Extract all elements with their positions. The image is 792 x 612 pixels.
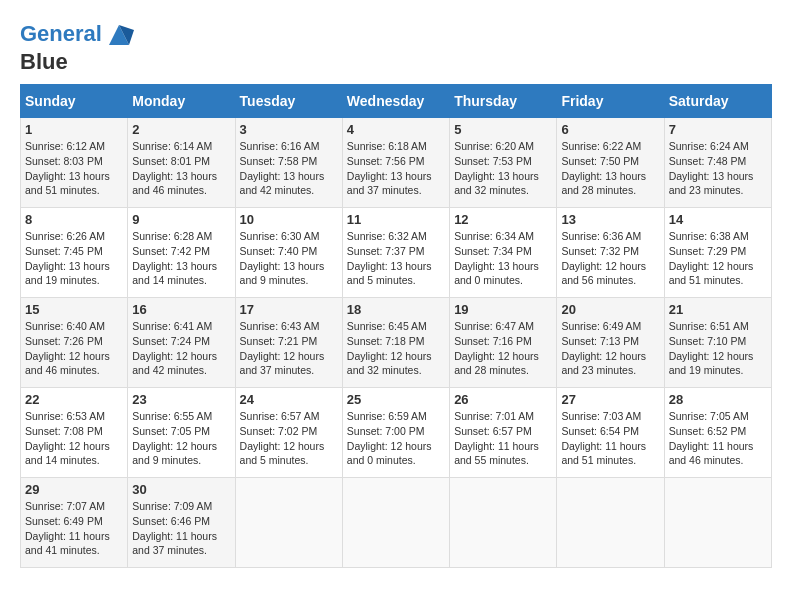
daylight-info: Daylight: 11 hours and 51 minutes. [561, 440, 646, 467]
day-number: 23 [132, 392, 230, 407]
daylight-info: Daylight: 13 hours and 32 minutes. [454, 170, 539, 197]
daylight-info: Daylight: 13 hours and 0 minutes. [454, 260, 539, 287]
sunset-info: Sunset: 6:54 PM [561, 425, 639, 437]
sunrise-info: Sunrise: 6:22 AM [561, 140, 641, 152]
sunset-info: Sunset: 6:52 PM [669, 425, 747, 437]
weekday-header-friday: Friday [557, 85, 664, 118]
daylight-info: Daylight: 12 hours and 23 minutes. [561, 350, 646, 377]
weekday-header-row: SundayMondayTuesdayWednesdayThursdayFrid… [21, 85, 772, 118]
daylight-info: Daylight: 13 hours and 46 minutes. [132, 170, 217, 197]
day-info: Sunrise: 7:07 AMSunset: 6:49 PMDaylight:… [25, 499, 123, 558]
weekday-header-sunday: Sunday [21, 85, 128, 118]
calendar-cell: 25Sunrise: 6:59 AMSunset: 7:00 PMDayligh… [342, 388, 449, 478]
sunset-info: Sunset: 7:37 PM [347, 245, 425, 257]
day-number: 25 [347, 392, 445, 407]
sunrise-info: Sunrise: 6:18 AM [347, 140, 427, 152]
day-number: 27 [561, 392, 659, 407]
sunset-info: Sunset: 7:16 PM [454, 335, 532, 347]
calendar-cell: 13Sunrise: 6:36 AMSunset: 7:32 PMDayligh… [557, 208, 664, 298]
day-number: 15 [25, 302, 123, 317]
calendar-cell: 11Sunrise: 6:32 AMSunset: 7:37 PMDayligh… [342, 208, 449, 298]
day-info: Sunrise: 6:16 AMSunset: 7:58 PMDaylight:… [240, 139, 338, 198]
logo-text: General Blue [20, 20, 134, 74]
calendar-cell: 1Sunrise: 6:12 AMSunset: 8:03 PMDaylight… [21, 118, 128, 208]
daylight-info: Daylight: 13 hours and 9 minutes. [240, 260, 325, 287]
calendar-cell [450, 478, 557, 568]
day-info: Sunrise: 6:40 AMSunset: 7:26 PMDaylight:… [25, 319, 123, 378]
sunset-info: Sunset: 7:56 PM [347, 155, 425, 167]
day-info: Sunrise: 6:51 AMSunset: 7:10 PMDaylight:… [669, 319, 767, 378]
sunset-info: Sunset: 7:00 PM [347, 425, 425, 437]
calendar-cell: 10Sunrise: 6:30 AMSunset: 7:40 PMDayligh… [235, 208, 342, 298]
day-number: 30 [132, 482, 230, 497]
day-number: 4 [347, 122, 445, 137]
day-info: Sunrise: 6:32 AMSunset: 7:37 PMDaylight:… [347, 229, 445, 288]
sunrise-info: Sunrise: 6:26 AM [25, 230, 105, 242]
sunrise-info: Sunrise: 6:59 AM [347, 410, 427, 422]
day-info: Sunrise: 6:22 AMSunset: 7:50 PMDaylight:… [561, 139, 659, 198]
daylight-info: Daylight: 11 hours and 46 minutes. [669, 440, 754, 467]
calendar-week-row: 1Sunrise: 6:12 AMSunset: 8:03 PMDaylight… [21, 118, 772, 208]
sunset-info: Sunset: 7:05 PM [132, 425, 210, 437]
daylight-info: Daylight: 13 hours and 42 minutes. [240, 170, 325, 197]
daylight-info: Daylight: 13 hours and 19 minutes. [25, 260, 110, 287]
sunrise-info: Sunrise: 6:36 AM [561, 230, 641, 242]
sunrise-info: Sunrise: 7:07 AM [25, 500, 105, 512]
sunset-info: Sunset: 6:57 PM [454, 425, 532, 437]
day-number: 12 [454, 212, 552, 227]
calendar-cell: 24Sunrise: 6:57 AMSunset: 7:02 PMDayligh… [235, 388, 342, 478]
page-header: General Blue [20, 20, 772, 74]
daylight-info: Daylight: 13 hours and 51 minutes. [25, 170, 110, 197]
sunrise-info: Sunrise: 6:16 AM [240, 140, 320, 152]
day-info: Sunrise: 7:01 AMSunset: 6:57 PMDaylight:… [454, 409, 552, 468]
day-number: 17 [240, 302, 338, 317]
calendar-cell: 4Sunrise: 6:18 AMSunset: 7:56 PMDaylight… [342, 118, 449, 208]
sunset-info: Sunset: 7:24 PM [132, 335, 210, 347]
sunrise-info: Sunrise: 6:55 AM [132, 410, 212, 422]
daylight-info: Daylight: 12 hours and 37 minutes. [240, 350, 325, 377]
sunset-info: Sunset: 7:26 PM [25, 335, 103, 347]
calendar-cell: 14Sunrise: 6:38 AMSunset: 7:29 PMDayligh… [664, 208, 771, 298]
calendar-cell: 15Sunrise: 6:40 AMSunset: 7:26 PMDayligh… [21, 298, 128, 388]
sunrise-info: Sunrise: 6:38 AM [669, 230, 749, 242]
calendar-cell: 28Sunrise: 7:05 AMSunset: 6:52 PMDayligh… [664, 388, 771, 478]
daylight-info: Daylight: 12 hours and 51 minutes. [669, 260, 754, 287]
day-info: Sunrise: 6:45 AMSunset: 7:18 PMDaylight:… [347, 319, 445, 378]
daylight-info: Daylight: 11 hours and 41 minutes. [25, 530, 110, 557]
sunrise-info: Sunrise: 6:28 AM [132, 230, 212, 242]
sunset-info: Sunset: 6:49 PM [25, 515, 103, 527]
sunset-info: Sunset: 7:42 PM [132, 245, 210, 257]
calendar-cell: 12Sunrise: 6:34 AMSunset: 7:34 PMDayligh… [450, 208, 557, 298]
daylight-info: Daylight: 13 hours and 14 minutes. [132, 260, 217, 287]
weekday-header-tuesday: Tuesday [235, 85, 342, 118]
sunrise-info: Sunrise: 6:47 AM [454, 320, 534, 332]
calendar-cell: 22Sunrise: 6:53 AMSunset: 7:08 PMDayligh… [21, 388, 128, 478]
day-number: 14 [669, 212, 767, 227]
sunset-info: Sunset: 7:58 PM [240, 155, 318, 167]
day-info: Sunrise: 6:36 AMSunset: 7:32 PMDaylight:… [561, 229, 659, 288]
day-number: 8 [25, 212, 123, 227]
sunset-info: Sunset: 7:18 PM [347, 335, 425, 347]
daylight-info: Daylight: 13 hours and 23 minutes. [669, 170, 754, 197]
calendar-cell: 29Sunrise: 7:07 AMSunset: 6:49 PMDayligh… [21, 478, 128, 568]
day-number: 29 [25, 482, 123, 497]
calendar-cell: 30Sunrise: 7:09 AMSunset: 6:46 PMDayligh… [128, 478, 235, 568]
calendar-cell: 16Sunrise: 6:41 AMSunset: 7:24 PMDayligh… [128, 298, 235, 388]
sunset-info: Sunset: 8:01 PM [132, 155, 210, 167]
day-number: 1 [25, 122, 123, 137]
logo: General Blue [20, 20, 134, 74]
day-info: Sunrise: 6:59 AMSunset: 7:00 PMDaylight:… [347, 409, 445, 468]
day-number: 20 [561, 302, 659, 317]
sunrise-info: Sunrise: 7:03 AM [561, 410, 641, 422]
day-info: Sunrise: 6:53 AMSunset: 7:08 PMDaylight:… [25, 409, 123, 468]
day-info: Sunrise: 6:12 AMSunset: 8:03 PMDaylight:… [25, 139, 123, 198]
sunrise-info: Sunrise: 7:01 AM [454, 410, 534, 422]
sunset-info: Sunset: 7:13 PM [561, 335, 639, 347]
day-number: 3 [240, 122, 338, 137]
day-number: 13 [561, 212, 659, 227]
day-number: 19 [454, 302, 552, 317]
sunrise-info: Sunrise: 6:43 AM [240, 320, 320, 332]
sunset-info: Sunset: 6:46 PM [132, 515, 210, 527]
calendar-cell: 7Sunrise: 6:24 AMSunset: 7:48 PMDaylight… [664, 118, 771, 208]
day-info: Sunrise: 6:30 AMSunset: 7:40 PMDaylight:… [240, 229, 338, 288]
